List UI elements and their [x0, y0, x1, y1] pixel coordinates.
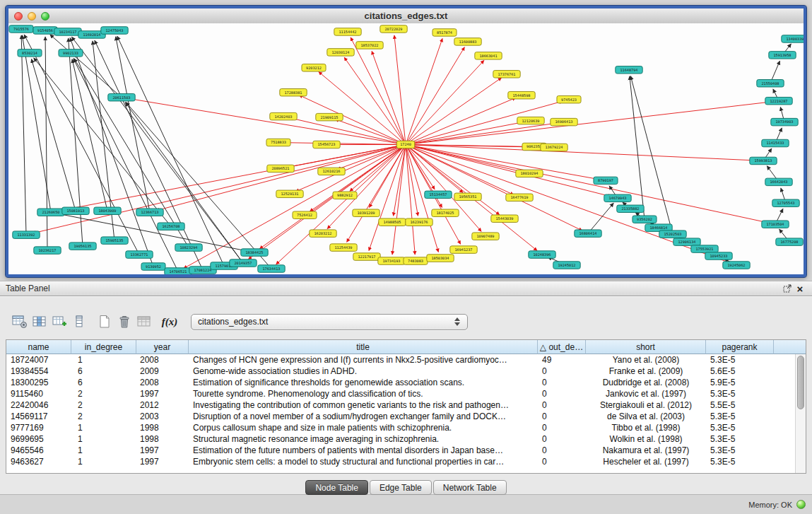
graph-node[interactable]: 10236217 [34, 247, 61, 254]
graph-node[interactable]: 11331392 [13, 231, 40, 238]
graph-node[interactable]: 16256708 [158, 223, 184, 230]
graph-node[interactable]: 13679224 [541, 144, 567, 151]
graph-node[interactable]: 7483083 [404, 257, 428, 264]
graph-node[interactable]: 12906134 [673, 238, 700, 245]
graph-node[interactable]: 17288381 [280, 88, 307, 95]
graph-node[interactable]: 10907489 [472, 233, 499, 240]
graph-node[interactable]: 18537022 [356, 42, 383, 49]
table-row[interactable]: 1872400712008Changes of HCN gene express… [6, 354, 794, 366]
graph-node[interactable]: 19565351 [454, 193, 481, 200]
column-header-year[interactable]: year [136, 340, 189, 354]
tab-node-table[interactable]: Node Table [305, 480, 368, 495]
graph-node[interactable]: 15134457 [425, 191, 452, 198]
graph-node[interactable]: 20149357 [230, 259, 257, 267]
graph-node[interactable]: 7915576 [9, 25, 33, 33]
table-row[interactable]: 911546021997Tourette syndrome. Phenomeno… [6, 388, 794, 399]
graph-node[interactable]: 18010294 [516, 170, 543, 177]
graph-node[interactable]: 11648794 [616, 66, 642, 74]
table-row[interactable]: 969969511998Structural magnetic resonanc… [6, 433, 794, 445]
graph-node[interactable]: 11600883 [454, 38, 481, 45]
graph-node[interactable]: 21335882 [617, 205, 644, 212]
graph-node[interactable]: 15448598 [508, 91, 535, 98]
graph-node[interactable]: 11254439 [330, 244, 357, 251]
network-canvas[interactable]: 1724018537022120301249203212172883811420… [8, 23, 804, 274]
graph-node[interactable]: 18663041 [475, 52, 502, 59]
graph-node[interactable]: 10945233 [705, 252, 732, 259]
graph-node[interactable]: 15913958 [769, 52, 796, 59]
show-columns-button[interactable] [30, 313, 49, 331]
table-row[interactable]: 1938455462009Genome-wide association stu… [6, 366, 794, 377]
graph-node[interactable]: 15456723 [313, 141, 340, 148]
minimize-window-button[interactable] [28, 12, 36, 21]
network-graph[interactable]: 1724018537022120301249203212172883811420… [8, 23, 804, 274]
graph-node[interactable]: 12705543 [772, 199, 799, 206]
graph-node[interactable]: 17103504 [762, 221, 789, 228]
graph-node[interactable]: 20611503 [108, 93, 135, 100]
tab-edge-table[interactable]: Edge Table [370, 480, 432, 495]
column-header-out_degree[interactable]: △ out_de… [538, 340, 586, 354]
close-panel-button[interactable]: × [794, 282, 806, 295]
table-row[interactable]: 946554611997Estimation of the future num… [6, 445, 794, 456]
delete-column-button[interactable] [114, 313, 134, 331]
graph-node[interactable]: 16239176 [406, 218, 433, 226]
tab-network-table[interactable]: Network Table [433, 480, 507, 495]
graph-node[interactable]: 12366713 [136, 209, 163, 216]
graph-node[interactable]: 21550408 [757, 80, 784, 87]
graph-node[interactable]: 21260650 [37, 209, 64, 216]
table-row[interactable]: 1456911722003Disruption of a novel membe… [6, 411, 794, 422]
graph-node[interactable]: 20896521 [267, 165, 294, 172]
graph-node[interactable]: 16203212 [310, 230, 336, 237]
table-select-combobox[interactable]: citations_edges.txt [191, 314, 468, 330]
graph-node[interactable]: 18043909 [94, 207, 121, 214]
graph-node[interactable]: 7518833 [266, 139, 290, 146]
graph-node[interactable]: 10391209 [353, 209, 379, 216]
graph-node[interactable]: 16642043 [765, 178, 792, 185]
close-window-button[interactable] [14, 12, 23, 21]
graph-node[interactable]: 12120639 [517, 117, 544, 124]
graph-node[interactable]: 16806414 [575, 230, 601, 237]
graph-node[interactable]: 13362771 [126, 251, 153, 258]
graph-node[interactable]: 16941237 [450, 246, 477, 253]
graph-node[interactable]: 12217917 [353, 253, 380, 260]
graph-node[interactable]: 13400339 [782, 35, 804, 42]
scrollbar-thumb[interactable] [797, 356, 804, 409]
graph-node[interactable]: 14706521 [165, 268, 192, 274]
column-header-title[interactable]: title [189, 340, 538, 354]
graph-node[interactable]: 18174025 [432, 209, 459, 216]
graph-node[interactable]: 11154442 [334, 28, 361, 35]
table-row[interactable]: 946362711997Embryonic stem cells: a mode… [6, 456, 794, 467]
graph-node[interactable]: 21909115 [316, 113, 343, 120]
graph-node[interactable]: 19056135 [69, 243, 96, 250]
graph-node[interactable]: 8530214 [18, 49, 42, 57]
graph-node[interactable]: 12030124 [327, 49, 354, 56]
graph-node[interactable]: 10823294 [175, 244, 202, 251]
graph-node[interactable]: 9130952 [141, 263, 165, 270]
graph-node[interactable]: 17376761 [493, 71, 520, 78]
graph-node[interactable]: 15905135 [101, 237, 128, 244]
graph-node[interactable]: 7526412 [293, 211, 317, 218]
graph-node[interactable]: 20722029 [380, 25, 407, 33]
graph-node[interactable]: 14679943 [604, 194, 631, 201]
graph-node[interactable]: 15443039 [491, 215, 518, 222]
graph-node[interactable]: 17634413 [258, 265, 285, 272]
import-table-button[interactable] [49, 313, 69, 331]
network-window-titlebar[interactable]: citations_edges.txt [8, 8, 804, 24]
graph-node[interactable]: 9882912 [333, 192, 357, 199]
column-header-short[interactable]: short [586, 340, 706, 354]
graph-node[interactable]: 12610216 [318, 168, 345, 175]
graph-node[interactable]: 9356202 [632, 216, 657, 223]
graph-node[interactable]: 19245012 [553, 262, 580, 269]
graph-node[interactable]: 19734193 [378, 257, 405, 264]
graph-node[interactable]: 9902133 [59, 49, 83, 57]
column-header-in_degree[interactable]: in_degree [71, 340, 136, 354]
create-column-button[interactable] [95, 313, 114, 331]
graph-node[interactable]: 9154056 [33, 27, 57, 34]
column-header-name[interactable]: name [6, 340, 71, 354]
graph-node[interactable]: 15202503 [659, 230, 686, 238]
table-vertical-scrollbar[interactable] [795, 354, 806, 473]
graph-node[interactable]: 18503034 [427, 255, 454, 262]
rename-table-button[interactable] [134, 313, 154, 331]
graph-node[interactable]: 9745423 [557, 95, 581, 103]
graph-node[interactable]: 19245062 [723, 262, 750, 269]
graph-node[interactable]: 8790197 [594, 177, 618, 184]
